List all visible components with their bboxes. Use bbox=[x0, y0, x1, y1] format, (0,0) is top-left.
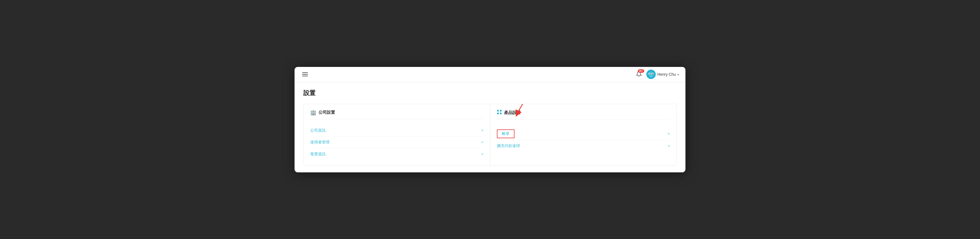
navbar-left bbox=[301, 71, 309, 77]
menu-item-company-info[interactable]: 公司資訊 > bbox=[310, 125, 484, 137]
svg-point-0 bbox=[646, 70, 656, 79]
left-panel-title: 公司設置 bbox=[318, 110, 335, 115]
menu-item-company-info-arrow: > bbox=[481, 128, 484, 132]
product-icon bbox=[497, 110, 502, 116]
page-content: 設置 🏢 公司設置 公司資訊 > 使用者管理 > bbox=[294, 82, 686, 172]
menu-item-billing-arrow: > bbox=[668, 132, 670, 136]
menu-item-user-management-label: 使用者管理 bbox=[310, 140, 329, 145]
avatar bbox=[646, 70, 656, 79]
menu-item-payment-label: 擴充付款途徑 bbox=[497, 143, 520, 148]
avatar-icon bbox=[646, 70, 656, 79]
menu-item-user-management-arrow: > bbox=[481, 140, 484, 144]
left-panel-items: 公司資訊 > 使用者管理 > 發票資訊 > bbox=[310, 125, 484, 160]
company-icon: 🏢 bbox=[310, 110, 316, 116]
svg-rect-8 bbox=[500, 110, 501, 112]
menu-item-invoice-arrow: > bbox=[481, 152, 484, 156]
svg-rect-9 bbox=[497, 113, 499, 114]
menu-item-payment[interactable]: 擴充付款途徑 > bbox=[497, 141, 670, 151]
hamburger-line-1 bbox=[302, 72, 308, 73]
svg-point-4 bbox=[652, 73, 653, 75]
page-title: 設置 bbox=[303, 89, 677, 97]
left-panel-header: 🏢 公司設置 bbox=[310, 110, 484, 119]
menu-item-invoice-label: 發票資訊 bbox=[310, 152, 326, 157]
hamburger-button[interactable] bbox=[301, 71, 309, 77]
svg-rect-10 bbox=[500, 113, 501, 114]
svg-point-3 bbox=[649, 73, 651, 75]
app-window: 99+ bbox=[294, 67, 686, 172]
chevron-down-icon: ▾ bbox=[678, 73, 679, 76]
right-panel: 產品設置 帳單 > bbox=[490, 104, 677, 166]
navbar-right: 99+ bbox=[635, 70, 679, 79]
menu-item-user-management[interactable]: 使用者管理 > bbox=[310, 137, 484, 148]
right-panel-items: 帳單 > 擴充付款途徑 > bbox=[497, 125, 670, 153]
menu-item-company-info-label: 公司資訊 bbox=[310, 128, 326, 133]
menu-item-invoice[interactable]: 發票資訊 > bbox=[310, 148, 484, 160]
hamburger-line-2 bbox=[302, 74, 308, 75]
right-panel-header: 產品設置 bbox=[497, 110, 670, 120]
notification-button[interactable]: 99+ bbox=[635, 70, 643, 79]
user-info[interactable]: Henry Chu ▾ bbox=[646, 70, 679, 79]
navbar: 99+ bbox=[294, 67, 686, 82]
menu-item-payment-arrow: > bbox=[668, 144, 670, 148]
right-panel-title: 產品設置 bbox=[504, 110, 520, 115]
left-panel: 🏢 公司設置 公司資訊 > 使用者管理 > 發票資訊 > bbox=[304, 104, 490, 166]
notification-badge: 99+ bbox=[638, 69, 644, 73]
menu-item-billing[interactable]: 帳單 > bbox=[497, 127, 670, 141]
settings-grid: 🏢 公司設置 公司資訊 > 使用者管理 > 發票資訊 > bbox=[303, 104, 677, 166]
user-name: Henry Chu bbox=[657, 72, 676, 76]
grid-icon bbox=[497, 110, 502, 115]
hamburger-line-3 bbox=[302, 76, 308, 76]
menu-item-billing-label: 帳單 bbox=[497, 129, 514, 138]
svg-rect-7 bbox=[497, 110, 499, 112]
